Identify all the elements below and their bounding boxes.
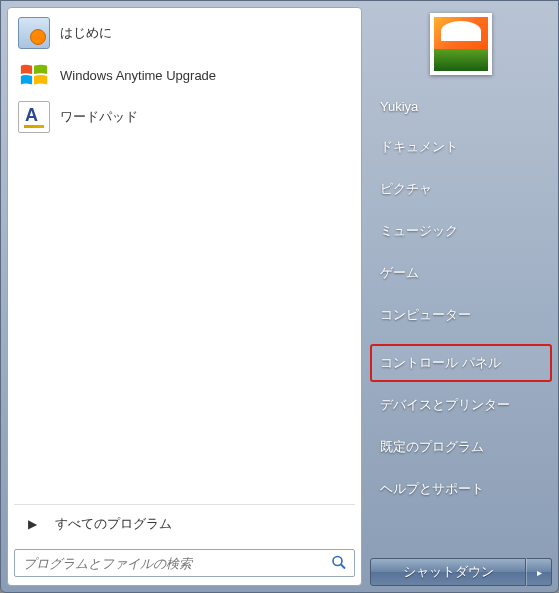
flower-image-icon xyxy=(434,17,488,71)
right-item-help-support[interactable]: ヘルプとサポート xyxy=(370,470,552,508)
right-item-default-programs[interactable]: 既定のプログラム xyxy=(370,428,552,466)
shutdown-options-button[interactable]: ▸ xyxy=(526,558,552,586)
right-item-label: ゲーム xyxy=(380,265,419,280)
right-item-documents[interactable]: ドキュメント xyxy=(370,128,552,166)
search-icon xyxy=(331,555,347,574)
search-input[interactable] xyxy=(14,549,355,577)
shutdown-button[interactable]: シャットダウン xyxy=(370,558,526,586)
right-item-devices-printers[interactable]: デバイスとプリンター xyxy=(370,386,552,424)
program-label: はじめに xyxy=(60,24,112,42)
right-item-label: ミュージック xyxy=(380,223,458,238)
wordpad-icon xyxy=(18,101,50,133)
program-item-getting-started[interactable]: はじめに xyxy=(12,12,357,54)
right-item-control-panel[interactable]: コントロール パネル xyxy=(370,344,552,382)
arrow-right-icon: ▶ xyxy=(28,517,37,531)
start-menu: はじめに Windows Anytime Upgrade ワードパッド xyxy=(0,0,559,593)
right-item-label: デバイスとプリンター xyxy=(380,397,510,412)
program-item-wordpad[interactable]: ワードパッド xyxy=(12,96,357,138)
right-menu-list: Yukiya ドキュメント ピクチャ ミュージック ゲーム コンピューター コン… xyxy=(370,89,552,554)
user-picture-container xyxy=(370,7,552,89)
username-item[interactable]: Yukiya xyxy=(370,89,552,124)
chevron-right-icon: ▸ xyxy=(537,567,542,578)
right-item-label: ピクチャ xyxy=(380,181,432,196)
all-programs-button[interactable]: ▶ すべてのプログラム xyxy=(14,504,355,543)
program-list: はじめに Windows Anytime Upgrade ワードパッド xyxy=(8,8,361,504)
program-label: Windows Anytime Upgrade xyxy=(60,68,216,83)
right-item-label: コンピューター xyxy=(380,307,471,322)
svg-line-1 xyxy=(341,565,345,569)
left-pane: はじめに Windows Anytime Upgrade ワードパッド xyxy=(7,7,362,586)
user-picture[interactable] xyxy=(430,13,492,75)
shutdown-row: シャットダウン ▸ xyxy=(370,554,552,586)
right-pane: Yukiya ドキュメント ピクチャ ミュージック ゲーム コンピューター コン… xyxy=(362,1,558,592)
right-item-music[interactable]: ミュージック xyxy=(370,212,552,250)
program-label: ワードパッド xyxy=(60,108,138,126)
username-label: Yukiya xyxy=(380,99,418,114)
program-item-anytime-upgrade[interactable]: Windows Anytime Upgrade xyxy=(12,54,357,96)
right-item-label: ドキュメント xyxy=(380,139,458,154)
right-item-computer[interactable]: コンピューター xyxy=(370,296,552,334)
svg-point-0 xyxy=(333,557,342,566)
getting-started-icon xyxy=(18,17,50,49)
right-item-pictures[interactable]: ピクチャ xyxy=(370,170,552,208)
search-box-container xyxy=(8,543,361,585)
right-item-label: ヘルプとサポート xyxy=(380,481,484,496)
all-programs-label: すべてのプログラム xyxy=(55,515,172,533)
right-item-label: コントロール パネル xyxy=(380,355,501,370)
right-item-games[interactable]: ゲーム xyxy=(370,254,552,292)
windows-flag-icon xyxy=(18,59,50,91)
shutdown-label: シャットダウン xyxy=(403,563,494,581)
right-item-label: 既定のプログラム xyxy=(380,439,484,454)
